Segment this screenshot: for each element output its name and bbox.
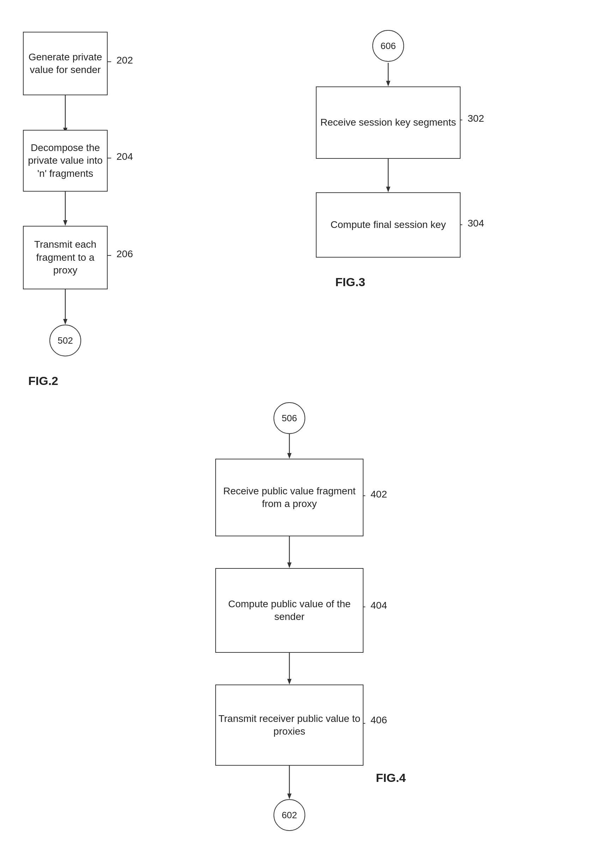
box-202: Generate private value for sender bbox=[23, 32, 108, 95]
box-406: Transmit receiver public value to proxie… bbox=[215, 685, 363, 766]
ref-406: 406 bbox=[371, 714, 387, 726]
circle-502: 502 bbox=[49, 324, 81, 356]
svg-marker-7 bbox=[386, 81, 390, 87]
circle-506: 506 bbox=[273, 402, 305, 434]
fig3-label: FIG.3 bbox=[335, 275, 365, 289]
circle-602: 602 bbox=[273, 799, 305, 831]
diagram-container: Generate private value for sender 202 De… bbox=[0, 0, 601, 868]
box-402: Receive public value fragment from a pro… bbox=[215, 459, 363, 536]
box-206: Transmit each fragment to a proxy bbox=[23, 226, 108, 289]
ref-402: 402 bbox=[371, 489, 387, 500]
svg-marker-17 bbox=[287, 793, 291, 799]
box-204: Decompose the private value into 'n' fra… bbox=[23, 130, 108, 192]
svg-marker-3 bbox=[63, 220, 67, 226]
fig4-label: FIG.4 bbox=[376, 771, 406, 785]
box-404: Compute public value of the sender bbox=[215, 568, 363, 653]
ref-404: 404 bbox=[371, 600, 387, 611]
circle-606-fig3: 606 bbox=[372, 30, 404, 62]
ref-302: 302 bbox=[468, 113, 484, 124]
ref-304: 304 bbox=[468, 218, 484, 229]
ref-204: 204 bbox=[116, 151, 133, 162]
svg-marker-5 bbox=[63, 319, 67, 324]
box-304: Compute final session key bbox=[316, 192, 461, 257]
svg-marker-13 bbox=[287, 562, 291, 568]
svg-marker-15 bbox=[287, 679, 291, 685]
svg-marker-11 bbox=[287, 453, 291, 459]
svg-marker-9 bbox=[386, 187, 390, 192]
box-302: Receive session key segments bbox=[316, 87, 461, 159]
fig2-label: FIG.2 bbox=[28, 374, 58, 388]
ref-202: 202 bbox=[116, 55, 133, 66]
ref-206: 206 bbox=[116, 248, 133, 260]
